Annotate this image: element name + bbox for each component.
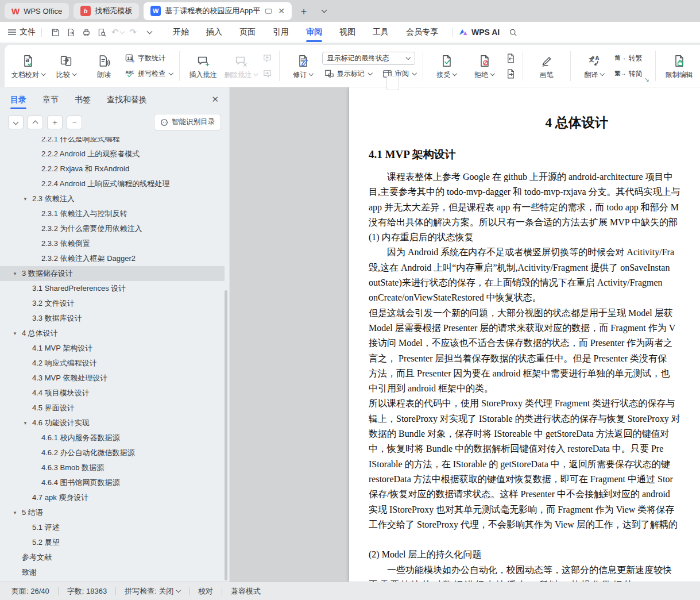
toc-item[interactable]: 4.1 MVP 架构设计 xyxy=(0,341,225,356)
search-button[interactable] xyxy=(505,25,521,39)
toc-expand-button[interactable] xyxy=(8,116,24,129)
toc-item[interactable]: 4.7 apk 瘦身设计 xyxy=(0,490,225,505)
toc-item[interactable]: 4.4 项目模块设计 xyxy=(0,386,225,401)
toc-item[interactable]: 4.6.3 Bmob 数据源 xyxy=(0,460,225,475)
tab-window-icon[interactable] xyxy=(264,7,273,16)
toc-item[interactable]: 4.6.1 校内服务器数据源 xyxy=(0,430,225,445)
next-change-button[interactable] xyxy=(504,67,518,80)
sidebar-tab-chapters[interactable]: 章节 xyxy=(42,87,59,113)
toc-item[interactable]: ▼2.3 依赖注入 xyxy=(0,191,225,206)
toc-item[interactable]: 3.3 数据库设计 xyxy=(0,311,225,326)
reject-changes-button[interactable]: 拒绝 xyxy=(466,48,504,84)
translate-button[interactable]: 文A 翻译 xyxy=(575,48,613,84)
toc-item[interactable]: 2.3.3 依赖倒置 xyxy=(0,236,225,251)
sidebar-close-icon[interactable]: ✕ xyxy=(211,94,219,105)
track-changes-button[interactable]: 修订 xyxy=(284,48,322,84)
toc-zoom-in-button[interactable]: ＋ xyxy=(47,116,63,129)
previous-change-button[interactable] xyxy=(504,52,518,65)
to-simplified-button[interactable]: 繁→ 转简 xyxy=(613,67,644,80)
sidebar-tab-toc[interactable]: 目录 xyxy=(10,87,26,113)
toc-item[interactable]: 4.3 MVP 依赖处理设计 xyxy=(0,371,225,386)
tab-docer-templates[interactable]: b 找稻壳模板 xyxy=(74,3,139,19)
sidebar-tab-find-replace[interactable]: 查找和替换 xyxy=(107,87,147,113)
tab-close-icon[interactable]: ✕ xyxy=(278,6,285,16)
menu-item[interactable]: 审阅 xyxy=(297,22,331,43)
next-comment-button[interactable] xyxy=(260,67,274,80)
toc-item[interactable]: ▼4 总体设计 xyxy=(0,326,225,341)
new-tab-button[interactable]: ＋ xyxy=(296,3,311,18)
previous-comment-button[interactable] xyxy=(260,52,274,65)
file-menu-button[interactable]: 文件 xyxy=(8,27,36,37)
toc-item[interactable]: ▼5 结语 xyxy=(0,505,225,520)
to-traditional-button[interactable]: 简→ 转繁 xyxy=(613,52,644,65)
tab-document[interactable]: W 基于课程表的校园应用App平 ✕ xyxy=(144,2,292,20)
toc-item[interactable]: 2.2.4 Android 上响应式编程的线程处理 xyxy=(0,176,225,191)
delete-comment-button[interactable]: 删除批注 xyxy=(222,48,260,84)
document-page[interactable]: 4 总体设计 4.1 MVP 架构设计 课程表整体上参考 Google 在 gi… xyxy=(349,87,700,582)
toc-item[interactable]: 5.1 评述 xyxy=(0,520,225,535)
menu-item[interactable]: 页面 xyxy=(231,22,264,43)
collapse-triangle-icon[interactable]: ▼ xyxy=(23,197,32,202)
collapse-triangle-icon[interactable]: ▼ xyxy=(13,331,22,336)
toc-item[interactable]: 2.2.2 Android 上的观察者模式 xyxy=(0,147,225,161)
tab-wps-office[interactable]: W WPS Office xyxy=(5,3,69,19)
undo-dropdown-icon[interactable] xyxy=(119,29,124,34)
insert-comment-button[interactable]: 插入批注 xyxy=(184,48,222,84)
toc-item[interactable]: ▼4.6 功能设计实现 xyxy=(0,416,225,430)
compare-button[interactable]: 比较 xyxy=(47,48,85,84)
sidebar-tab-bookmarks[interactable]: 书签 xyxy=(75,87,91,113)
menu-item[interactable]: 插入 xyxy=(198,22,231,43)
toc-item[interactable]: 2.3.1 依赖注入与控制反转 xyxy=(0,206,225,221)
toc-item[interactable]: 4.5 界面设计 xyxy=(0,401,225,416)
menu-item[interactable]: 引用 xyxy=(264,22,297,43)
page-indicator[interactable]: 页面: 26/40 xyxy=(11,586,49,597)
document-proofread-button[interactable]: a 文档校对 xyxy=(9,48,47,84)
toc-item[interactable]: 2.3.2 为什么需要使用依赖注入 xyxy=(0,221,225,236)
menu-item[interactable]: 会员专享 xyxy=(397,22,447,43)
print-preview-button[interactable] xyxy=(94,25,110,39)
sidebar-scrollbar[interactable] xyxy=(225,290,227,580)
undo-button[interactable]: ↶ xyxy=(110,25,125,39)
toc-item[interactable]: 2.2.2 Rxjava 和 RxAndroid xyxy=(0,161,225,176)
menu-item[interactable]: 开始 xyxy=(164,22,198,43)
collapse-triangle-icon[interactable]: ▼ xyxy=(13,510,22,516)
toc-item[interactable]: 5.2 展望 xyxy=(0,535,225,550)
tab-list-button[interactable] xyxy=(316,3,331,18)
toc-item[interactable]: 致谢 xyxy=(0,565,225,580)
toc-item[interactable]: 4.6.4 图书馆网页数据源 xyxy=(0,475,225,490)
show-markup-button[interactable]: 显示标记 xyxy=(322,67,374,80)
word-count-button[interactable]: 12 字数统计 xyxy=(123,52,175,65)
toc-item[interactable]: 3.1 SharedPreferences 设计 xyxy=(0,281,225,296)
toc-item[interactable]: ▼3 数据储存设计 xyxy=(0,266,225,281)
toc-item[interactable]: 参考文献 xyxy=(0,550,225,565)
toc-zoom-out-button[interactable]: − xyxy=(67,116,82,129)
dialog-launcher-icon[interactable]: ↘ xyxy=(644,76,649,83)
spellcheck-indicator[interactable]: 拼写检查: 关闭 xyxy=(125,586,180,597)
toc-item[interactable]: 2.3.2 依赖注入框架 Dagger2 xyxy=(0,251,225,266)
markup-state-select[interactable]: 显示标记的最终状态 xyxy=(322,52,415,65)
smart-toc-button[interactable]: 智能识别目录 xyxy=(154,114,221,130)
toc-collapse-button[interactable] xyxy=(28,116,43,129)
proofread-indicator[interactable]: 校对 xyxy=(198,586,213,597)
collapse-triangle-icon[interactable]: ▼ xyxy=(23,421,32,426)
restrict-editing-button[interactable]: 限制编辑 xyxy=(660,48,698,84)
read-aloud-button[interactable]: 朗读 xyxy=(85,48,123,84)
ribbon-float-handle[interactable] xyxy=(386,76,399,90)
toc-item[interactable]: 2.2.1 什么是响应式编程 xyxy=(0,137,225,147)
spell-check-button[interactable]: ABC 拼写检查 xyxy=(123,67,175,80)
export-button[interactable] xyxy=(63,25,79,39)
word-count-indicator[interactable]: 字数: 18363 xyxy=(67,586,107,597)
menu-item[interactable]: 视图 xyxy=(331,22,364,43)
toc-item[interactable]: 3.2 文件设计 xyxy=(0,296,225,311)
toc-item[interactable]: 4.2 响应式编程设计 xyxy=(0,356,225,371)
save-button[interactable] xyxy=(48,25,63,39)
ink-brush-button[interactable]: 画笔 xyxy=(528,48,566,84)
wps-ai-button[interactable]: WPS AI xyxy=(459,28,500,37)
customize-toolbar-button[interactable] xyxy=(141,25,156,39)
print-button[interactable] xyxy=(79,25,94,39)
redo-button[interactable]: ↷ xyxy=(125,25,141,39)
menu-item[interactable]: 工具 xyxy=(364,22,397,43)
collapse-triangle-icon[interactable]: ▼ xyxy=(13,271,22,276)
accept-changes-button[interactable]: 接受 xyxy=(428,48,466,84)
toc-item[interactable]: 4.6.2 办公自动化微信数据源 xyxy=(0,445,225,460)
